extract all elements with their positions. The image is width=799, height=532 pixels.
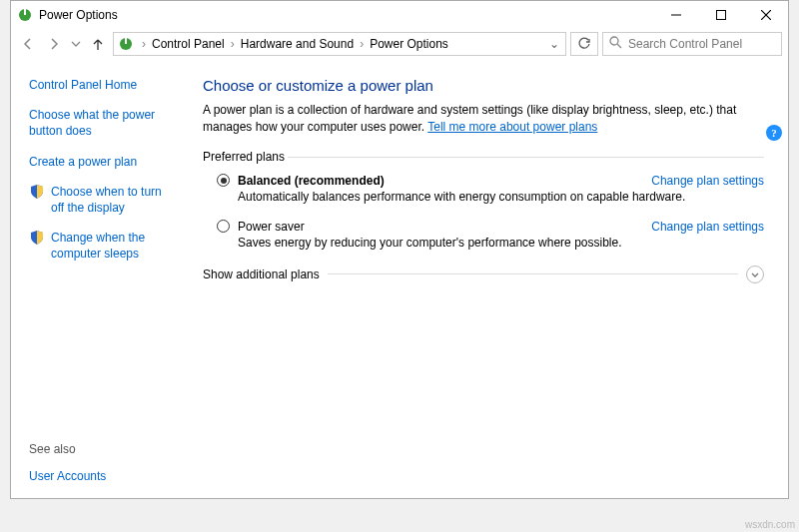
power-plan-power-saver: Power saver Change plan settings Saves e… [203, 220, 764, 250]
chevron-right-icon: › [227, 37, 239, 51]
content-body: Control Panel Home Choose what the power… [11, 59, 788, 498]
radio-unselected-icon[interactable] [217, 220, 230, 233]
sidebar-link-label: Change when the computer sleeps [51, 230, 175, 262]
svg-rect-3 [716, 11, 725, 20]
plan-name[interactable]: Balanced (recommended) [238, 174, 385, 188]
address-bar[interactable]: › Control Panel › Hardware and Sound › P… [113, 32, 566, 56]
power-options-icon [118, 36, 134, 52]
breadcrumb-item[interactable]: Hardware and Sound [239, 37, 356, 51]
shield-icon [29, 230, 45, 246]
control-panel-home-link[interactable]: Control Panel Home [29, 77, 175, 93]
chevron-right-icon: › [356, 37, 368, 51]
svg-point-8 [610, 37, 618, 45]
window-title: Power Options [39, 8, 118, 22]
back-button[interactable] [17, 33, 39, 55]
shield-icon [29, 184, 45, 200]
see-also-heading: See also [29, 442, 175, 456]
search-placeholder: Search Control Panel [628, 37, 742, 51]
chevron-right-icon: › [138, 37, 150, 51]
sidebar-item[interactable]: Change when the computer sleeps [29, 230, 175, 262]
breadcrumb-item[interactable]: Control Panel [150, 37, 227, 51]
learn-more-link[interactable]: Tell me more about power plans [427, 120, 597, 134]
help-icon[interactable]: ? [766, 125, 782, 141]
search-input[interactable]: Search Control Panel [602, 32, 782, 56]
refresh-button[interactable] [570, 32, 598, 56]
sidebar: Control Panel Home Choose what the power… [11, 59, 191, 498]
titlebar: Power Options [11, 1, 788, 29]
chevron-down-icon[interactable] [746, 266, 764, 283]
sidebar-link-label: Choose when to turn off the display [51, 184, 175, 216]
show-additional-plans[interactable]: Show additional plans [203, 266, 764, 283]
address-history-dropdown[interactable]: ⌄ [543, 37, 565, 51]
power-options-icon [17, 7, 33, 23]
breadcrumb-item[interactable]: Power Options [368, 37, 450, 51]
see-also-link[interactable]: User Accounts [29, 469, 106, 483]
sidebar-link[interactable]: Choose what the power button does [29, 107, 175, 139]
maximize-button[interactable] [698, 1, 743, 29]
forward-button[interactable] [43, 33, 65, 55]
close-button[interactable] [743, 1, 788, 29]
minimize-button[interactable] [653, 1, 698, 29]
plan-description: Saves energy by reducing your computer's… [217, 236, 764, 250]
page-description: A power plan is a collection of hardware… [203, 102, 764, 136]
recent-locations-button[interactable] [69, 33, 83, 55]
plan-description: Automatically balances performance with … [217, 190, 764, 204]
radio-selected-icon[interactable] [217, 174, 230, 187]
navigation-bar: › Control Panel › Hardware and Sound › P… [11, 29, 788, 59]
plan-name[interactable]: Power saver [238, 220, 305, 234]
search-icon [609, 36, 622, 52]
page-heading: Choose or customize a power plan [203, 77, 764, 94]
divider [328, 273, 738, 274]
sidebar-item[interactable]: Choose when to turn off the display [29, 184, 175, 216]
change-plan-settings-link[interactable]: Change plan settings [651, 174, 764, 188]
power-plan-balanced: Balanced (recommended) Change plan setti… [203, 174, 764, 204]
svg-rect-7 [125, 38, 127, 44]
svg-line-9 [617, 44, 621, 48]
watermark: wsxdn.com [745, 519, 795, 530]
sidebar-link[interactable]: Create a power plan [29, 154, 175, 170]
preferred-plans-label: Preferred plans [203, 150, 764, 164]
change-plan-settings-link[interactable]: Change plan settings [651, 220, 764, 234]
up-button[interactable] [87, 33, 109, 55]
window: Power Options › Control P [10, 0, 789, 499]
show-more-label: Show additional plans [203, 267, 320, 281]
svg-rect-1 [24, 9, 26, 15]
main-content: Choose or customize a power plan A power… [191, 59, 788, 498]
